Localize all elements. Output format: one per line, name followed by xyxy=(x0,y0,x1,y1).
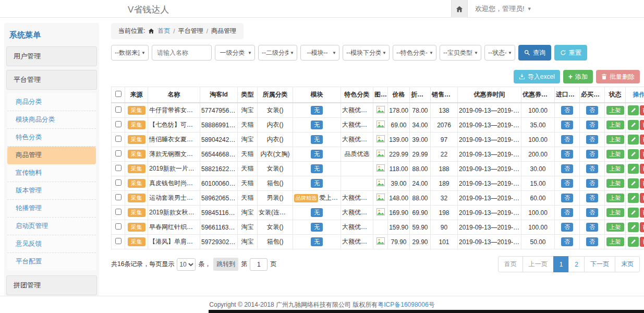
edit-button[interactable] xyxy=(628,222,639,232)
pager-button[interactable]: 末页 xyxy=(615,256,640,272)
filter-select[interactable]: 一级分类 xyxy=(215,45,255,61)
status-badge[interactable]: 上架 xyxy=(606,106,624,115)
must-buy-badge[interactable]: 否 xyxy=(586,135,598,145)
must-buy-badge[interactable]: 否 xyxy=(586,208,598,218)
sidebar-item[interactable]: 用户管理 xyxy=(6,46,97,66)
edit-button[interactable] xyxy=(628,120,639,130)
status-badge[interactable]: 上架 xyxy=(606,237,624,247)
home-button[interactable] xyxy=(451,0,468,18)
sidebar-subitem[interactable]: 宣传物料 xyxy=(7,164,96,182)
edit-button[interactable] xyxy=(628,105,639,115)
status-badge[interactable]: 上架 xyxy=(606,179,624,188)
pager-button[interactable]: 下一页 xyxy=(584,256,615,272)
sidebar-subitem[interactable]: 轮播管理 xyxy=(7,200,96,218)
delete-button[interactable] xyxy=(640,149,644,159)
delete-button[interactable] xyxy=(640,178,644,188)
pager-button[interactable]: 首页 xyxy=(498,256,523,272)
sidebar-subitem[interactable]: 特色分类 xyxy=(7,129,96,147)
pager-button[interactable]: 上一页 xyxy=(523,256,554,272)
sidebar-subitem[interactable]: 商品分类 xyxy=(7,93,96,111)
per-page-select[interactable]: 10 xyxy=(177,258,196,271)
row-checkbox[interactable] xyxy=(115,194,121,200)
sidebar-subitem[interactable]: 平台配置 xyxy=(7,253,96,270)
row-checkbox[interactable] xyxy=(115,179,121,186)
imported-badge[interactable]: 否 xyxy=(561,223,573,232)
must-buy-badge[interactable]: 否 xyxy=(586,106,598,115)
user-menu[interactable]: 欢迎您，管理员! ▼ xyxy=(475,4,532,14)
edit-button[interactable] xyxy=(628,135,639,145)
must-buy-badge[interactable]: 否 xyxy=(586,237,598,247)
imported-badge[interactable]: 否 xyxy=(561,179,573,188)
imported-badge[interactable]: 否 xyxy=(561,237,573,247)
imported-badge[interactable]: 否 xyxy=(561,106,573,115)
delete-button[interactable] xyxy=(640,222,644,232)
status-badge[interactable]: 上架 xyxy=(606,164,624,174)
delete-button[interactable] xyxy=(640,237,644,247)
edit-button[interactable] xyxy=(628,178,639,188)
page-jump-input[interactable] xyxy=(250,258,268,271)
row-checkbox[interactable] xyxy=(115,136,121,142)
row-checkbox[interactable] xyxy=(115,106,121,113)
filter-select[interactable]: --模块-- xyxy=(300,45,339,61)
reset-button[interactable]: 重置 xyxy=(554,45,587,61)
breadcrumb-home-link[interactable]: 首页 xyxy=(157,27,170,35)
status-badge[interactable]: 上架 xyxy=(606,150,624,159)
status-badge[interactable]: 上架 xyxy=(606,135,624,145)
status-badge[interactable]: 上架 xyxy=(606,121,624,130)
sidebar-subitem[interactable]: 商品管理 xyxy=(7,147,96,164)
sidebar-subitem[interactable]: 启动页管理 xyxy=(7,218,96,235)
row-checkbox[interactable] xyxy=(115,121,121,127)
edit-button[interactable] xyxy=(628,208,639,218)
sidebar-subitem[interactable]: 意见反馈 xyxy=(7,235,96,253)
delete-button[interactable] xyxy=(640,105,644,115)
imported-badge[interactable]: 否 xyxy=(561,150,573,159)
name-search-input[interactable] xyxy=(152,45,212,61)
icp-link[interactable]: 粤ICP备16098006号 xyxy=(378,300,434,309)
imported-badge[interactable]: 否 xyxy=(561,121,573,130)
filter-select[interactable]: --模块下分类-- xyxy=(343,45,390,61)
row-checkbox[interactable] xyxy=(115,150,121,156)
edit-button[interactable] xyxy=(628,237,639,247)
must-buy-badge[interactable]: 否 xyxy=(586,150,598,159)
must-buy-badge[interactable]: 否 xyxy=(586,121,598,130)
sidebar-subitem[interactable]: 模块商品分类 xyxy=(7,111,96,129)
delete-button[interactable] xyxy=(640,164,644,174)
filter-select[interactable]: --二级分类-- xyxy=(258,45,297,61)
row-checkbox[interactable] xyxy=(115,223,121,230)
query-button[interactable]: 查询 xyxy=(518,45,551,61)
select-all-checkbox[interactable] xyxy=(115,91,121,97)
sidebar-item[interactable]: 平台管理 xyxy=(6,70,97,90)
status-badge[interactable]: 上架 xyxy=(606,194,624,203)
must-buy-badge[interactable]: 否 xyxy=(586,164,598,174)
imported-badge[interactable]: 否 xyxy=(561,164,573,174)
edit-button[interactable] xyxy=(628,164,639,174)
imported-badge[interactable]: 否 xyxy=(561,194,573,203)
must-buy-badge[interactable]: 否 xyxy=(586,223,598,232)
imported-badge[interactable]: 否 xyxy=(561,208,573,218)
status-badge[interactable]: 上架 xyxy=(606,208,624,218)
delete-button[interactable] xyxy=(640,120,644,130)
edit-button[interactable] xyxy=(628,193,639,203)
must-buy-badge[interactable]: 否 xyxy=(586,194,598,203)
delete-button[interactable] xyxy=(640,208,644,218)
add-button[interactable]: + 添加 xyxy=(563,70,593,83)
delete-button[interactable] xyxy=(640,193,644,203)
filter-select[interactable]: --数据来源-- xyxy=(111,45,149,61)
edit-button[interactable] xyxy=(628,149,639,159)
pager-button[interactable]: 1 xyxy=(553,256,569,272)
row-checkbox[interactable] xyxy=(115,165,121,171)
filter-select[interactable]: --状态-- xyxy=(484,45,515,61)
sidebar-subitem[interactable]: 版本管理 xyxy=(7,182,96,200)
pager-button[interactable]: 2 xyxy=(568,256,585,272)
batch-delete-button[interactable]: 批量删除 xyxy=(596,70,640,83)
import-excel-button[interactable]: 导入excel xyxy=(514,70,560,83)
sidebar-item[interactable]: 拼团管理 xyxy=(6,275,97,295)
row-checkbox[interactable] xyxy=(115,238,121,244)
filter-select[interactable]: --宝贝类型-- xyxy=(440,45,481,61)
filter-select[interactable]: --特色分类-- xyxy=(393,45,436,61)
imported-badge[interactable]: 否 xyxy=(561,135,573,145)
delete-button[interactable] xyxy=(640,135,644,145)
row-checkbox[interactable] xyxy=(115,209,121,215)
must-buy-badge[interactable]: 否 xyxy=(586,179,598,188)
status-badge[interactable]: 上架 xyxy=(606,223,624,232)
